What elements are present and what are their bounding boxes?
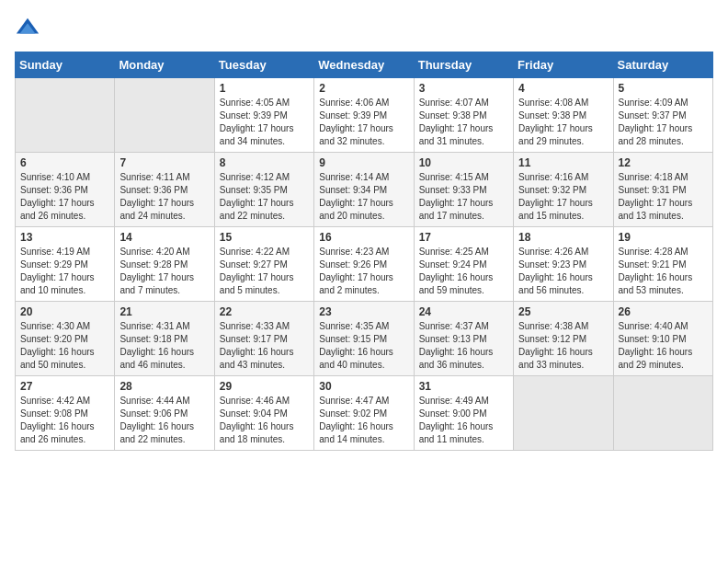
- day-number: 31: [419, 380, 508, 393]
- day-info: Sunrise: 4:16 AM Sunset: 9:32 PM Dayligh…: [518, 171, 608, 223]
- day-number: 25: [518, 305, 608, 318]
- calendar-week-row: 20Sunrise: 4:30 AM Sunset: 9:20 PM Dayli…: [16, 302, 713, 376]
- calendar-day-14: 14Sunrise: 4:20 AM Sunset: 9:28 PM Dayli…: [115, 227, 214, 302]
- day-number: 17: [419, 231, 508, 244]
- day-info: Sunrise: 4:10 AM Sunset: 9:36 PM Dayligh…: [20, 171, 109, 223]
- calendar-empty-cell: [514, 376, 613, 451]
- day-number: 19: [619, 231, 708, 244]
- calendar-day-18: 18Sunrise: 4:26 AM Sunset: 9:23 PM Dayli…: [514, 227, 613, 302]
- day-info: Sunrise: 4:31 AM Sunset: 9:18 PM Dayligh…: [119, 320, 209, 372]
- calendar-day-6: 6Sunrise: 4:10 AM Sunset: 9:36 PM Daylig…: [16, 153, 115, 227]
- day-number: 28: [119, 380, 209, 393]
- day-number: 14: [119, 231, 209, 244]
- calendar-week-row: 27Sunrise: 4:42 AM Sunset: 9:08 PM Dayli…: [16, 376, 713, 451]
- day-info: Sunrise: 4:09 AM Sunset: 9:37 PM Dayligh…: [619, 97, 708, 148]
- day-number: 30: [319, 380, 408, 393]
- day-info: Sunrise: 4:38 AM Sunset: 9:12 PM Dayligh…: [518, 320, 608, 372]
- day-info: Sunrise: 4:12 AM Sunset: 9:35 PM Dayligh…: [220, 171, 309, 223]
- calendar-day-12: 12Sunrise: 4:18 AM Sunset: 9:31 PM Dayli…: [613, 153, 712, 227]
- day-number: 24: [419, 305, 508, 318]
- day-info: Sunrise: 4:40 AM Sunset: 9:10 PM Dayligh…: [619, 320, 708, 372]
- logo: [15, 15, 44, 40]
- calendar-day-4: 4Sunrise: 4:08 AM Sunset: 9:38 PM Daylig…: [514, 78, 613, 153]
- calendar-day-15: 15Sunrise: 4:22 AM Sunset: 9:27 PM Dayli…: [214, 227, 313, 302]
- day-number: 22: [220, 305, 309, 318]
- calendar-empty-cell: [16, 78, 115, 153]
- calendar-week-row: 6Sunrise: 4:10 AM Sunset: 9:36 PM Daylig…: [16, 153, 713, 227]
- calendar-table: SundayMondayTuesdayWednesdayThursdayFrid…: [15, 52, 713, 451]
- day-of-week-monday: Monday: [115, 52, 214, 78]
- day-info: Sunrise: 4:35 AM Sunset: 9:15 PM Dayligh…: [319, 320, 408, 372]
- calendar-week-row: 13Sunrise: 4:19 AM Sunset: 9:29 PM Dayli…: [16, 227, 713, 302]
- day-info: Sunrise: 4:22 AM Sunset: 9:27 PM Dayligh…: [220, 246, 309, 297]
- day-info: Sunrise: 4:46 AM Sunset: 9:04 PM Dayligh…: [220, 395, 309, 446]
- day-info: Sunrise: 4:33 AM Sunset: 9:17 PM Dayligh…: [220, 320, 309, 372]
- calendar-day-21: 21Sunrise: 4:31 AM Sunset: 9:18 PM Dayli…: [115, 302, 214, 376]
- day-of-week-tuesday: Tuesday: [214, 52, 313, 78]
- day-number: 27: [20, 380, 109, 393]
- calendar-day-16: 16Sunrise: 4:23 AM Sunset: 9:26 PM Dayli…: [314, 227, 414, 302]
- day-number: 16: [319, 231, 408, 244]
- calendar-day-19: 19Sunrise: 4:28 AM Sunset: 9:21 PM Dayli…: [613, 227, 712, 302]
- calendar-day-3: 3Sunrise: 4:07 AM Sunset: 9:38 PM Daylig…: [414, 78, 513, 153]
- day-info: Sunrise: 4:37 AM Sunset: 9:13 PM Dayligh…: [419, 320, 508, 372]
- calendar-day-7: 7Sunrise: 4:11 AM Sunset: 9:36 PM Daylig…: [115, 153, 214, 227]
- day-info: Sunrise: 4:30 AM Sunset: 9:20 PM Dayligh…: [20, 320, 109, 372]
- day-number: 29: [220, 380, 309, 393]
- day-of-week-sunday: Sunday: [16, 52, 115, 78]
- calendar-day-27: 27Sunrise: 4:42 AM Sunset: 9:08 PM Dayli…: [16, 376, 115, 451]
- day-info: Sunrise: 4:07 AM Sunset: 9:38 PM Dayligh…: [419, 97, 508, 148]
- calendar-day-23: 23Sunrise: 4:35 AM Sunset: 9:15 PM Dayli…: [314, 302, 414, 376]
- day-info: Sunrise: 4:11 AM Sunset: 9:36 PM Dayligh…: [119, 171, 209, 223]
- day-info: Sunrise: 4:49 AM Sunset: 9:00 PM Dayligh…: [419, 395, 508, 446]
- calendar-day-31: 31Sunrise: 4:49 AM Sunset: 9:00 PM Dayli…: [414, 376, 513, 451]
- day-number: 2: [319, 82, 408, 95]
- day-number: 18: [518, 231, 608, 244]
- day-number: 3: [419, 82, 508, 95]
- day-info: Sunrise: 4:19 AM Sunset: 9:29 PM Dayligh…: [20, 246, 109, 297]
- calendar-day-9: 9Sunrise: 4:14 AM Sunset: 9:34 PM Daylig…: [314, 153, 414, 227]
- calendar-day-1: 1Sunrise: 4:05 AM Sunset: 9:39 PM Daylig…: [214, 78, 313, 153]
- day-number: 6: [20, 156, 109, 169]
- calendar-day-8: 8Sunrise: 4:12 AM Sunset: 9:35 PM Daylig…: [214, 153, 313, 227]
- calendar-day-26: 26Sunrise: 4:40 AM Sunset: 9:10 PM Dayli…: [613, 302, 712, 376]
- day-number: 13: [20, 231, 109, 244]
- calendar-day-22: 22Sunrise: 4:33 AM Sunset: 9:17 PM Dayli…: [214, 302, 313, 376]
- calendar-empty-cell: [613, 376, 712, 451]
- day-number: 26: [619, 305, 708, 318]
- day-info: Sunrise: 4:42 AM Sunset: 9:08 PM Dayligh…: [20, 395, 109, 446]
- day-number: 7: [119, 156, 209, 169]
- day-info: Sunrise: 4:08 AM Sunset: 9:38 PM Dayligh…: [518, 97, 608, 148]
- day-number: 1: [220, 82, 309, 95]
- calendar-day-5: 5Sunrise: 4:09 AM Sunset: 9:37 PM Daylig…: [613, 78, 712, 153]
- day-info: Sunrise: 4:06 AM Sunset: 9:39 PM Dayligh…: [319, 97, 408, 148]
- day-info: Sunrise: 4:25 AM Sunset: 9:24 PM Dayligh…: [419, 246, 508, 297]
- calendar-day-20: 20Sunrise: 4:30 AM Sunset: 9:20 PM Dayli…: [16, 302, 115, 376]
- calendar-day-25: 25Sunrise: 4:38 AM Sunset: 9:12 PM Dayli…: [514, 302, 613, 376]
- calendar-week-row: 1Sunrise: 4:05 AM Sunset: 9:39 PM Daylig…: [16, 78, 713, 153]
- day-info: Sunrise: 4:18 AM Sunset: 9:31 PM Dayligh…: [619, 171, 708, 223]
- day-number: 12: [619, 156, 708, 169]
- day-number: 9: [319, 156, 408, 169]
- calendar-header-row: SundayMondayTuesdayWednesdayThursdayFrid…: [16, 52, 713, 78]
- calendar-day-10: 10Sunrise: 4:15 AM Sunset: 9:33 PM Dayli…: [414, 153, 513, 227]
- day-info: Sunrise: 4:26 AM Sunset: 9:23 PM Dayligh…: [518, 246, 608, 297]
- day-number: 11: [518, 156, 608, 169]
- day-info: Sunrise: 4:20 AM Sunset: 9:28 PM Dayligh…: [119, 246, 209, 297]
- calendar-empty-cell: [115, 78, 214, 153]
- day-number: 21: [119, 305, 209, 318]
- day-info: Sunrise: 4:15 AM Sunset: 9:33 PM Dayligh…: [419, 171, 508, 223]
- day-number: 20: [20, 305, 109, 318]
- calendar-day-24: 24Sunrise: 4:37 AM Sunset: 9:13 PM Dayli…: [414, 302, 513, 376]
- day-info: Sunrise: 4:47 AM Sunset: 9:02 PM Dayligh…: [319, 395, 408, 446]
- day-number: 10: [419, 156, 508, 169]
- day-of-week-thursday: Thursday: [414, 52, 513, 78]
- day-number: 4: [518, 82, 608, 95]
- day-number: 8: [220, 156, 309, 169]
- calendar-day-29: 29Sunrise: 4:46 AM Sunset: 9:04 PM Dayli…: [214, 376, 313, 451]
- calendar-day-2: 2Sunrise: 4:06 AM Sunset: 9:39 PM Daylig…: [314, 78, 414, 153]
- day-number: 15: [220, 231, 309, 244]
- calendar-day-30: 30Sunrise: 4:47 AM Sunset: 9:02 PM Dayli…: [314, 376, 414, 451]
- day-number: 5: [619, 82, 708, 95]
- calendar-day-17: 17Sunrise: 4:25 AM Sunset: 9:24 PM Dayli…: [414, 227, 513, 302]
